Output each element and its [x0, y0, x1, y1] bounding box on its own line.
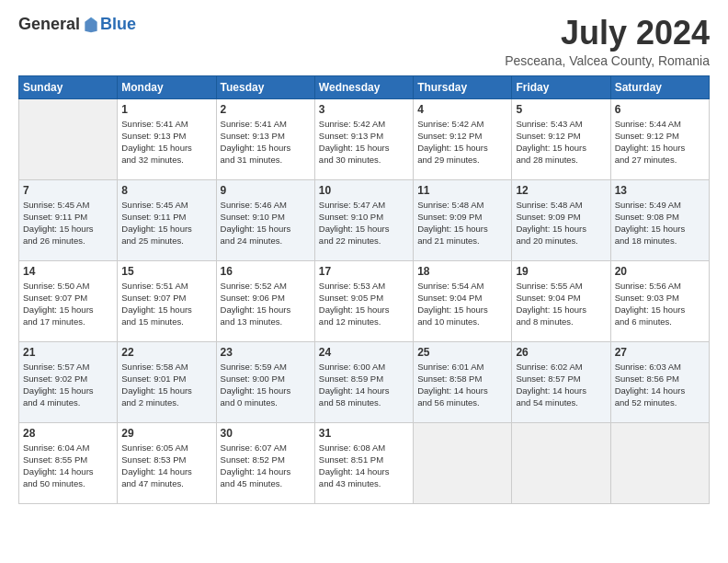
calendar-cell: 21Sunrise: 5:57 AMSunset: 9:02 PMDayligh… [19, 341, 118, 422]
logo-text: General Blue [18, 15, 136, 34]
day-number: 31 [319, 427, 409, 440]
header-row: SundayMondayTuesdayWednesdayThursdayFrid… [19, 75, 710, 98]
calendar-cell: 25Sunrise: 6:01 AMSunset: 8:58 PMDayligh… [414, 341, 512, 422]
calendar-cell: 1Sunrise: 5:41 AMSunset: 9:13 PMDaylight… [118, 98, 216, 179]
calendar-cell: 2Sunrise: 5:41 AMSunset: 9:13 PMDaylight… [216, 98, 314, 179]
calendar-cell: 30Sunrise: 6:07 AMSunset: 8:52 PMDayligh… [216, 422, 314, 503]
day-info: Sunrise: 5:41 AMSunset: 9:13 PMDaylight:… [121, 118, 211, 167]
page: General Blue July 2024 Pesceana, Valcea … [0, 0, 728, 563]
day-info: Sunrise: 5:56 AMSunset: 9:03 PMDaylight:… [615, 280, 705, 328]
calendar-cell: 22Sunrise: 5:58 AMSunset: 9:01 PMDayligh… [118, 341, 216, 422]
location: Pesceana, Valcea County, Romania [505, 53, 710, 68]
day-number: 13 [615, 184, 705, 197]
calendar-week-2: 14Sunrise: 5:50 AMSunset: 9:07 PMDayligh… [19, 260, 710, 341]
day-number: 9 [221, 184, 311, 197]
day-info: Sunrise: 5:57 AMSunset: 9:02 PMDaylight:… [23, 361, 113, 409]
day-info: Sunrise: 5:47 AMSunset: 9:10 PMDaylight:… [319, 199, 409, 247]
calendar-cell: 11Sunrise: 5:48 AMSunset: 9:09 PMDayligh… [414, 179, 512, 260]
calendar-cell: 26Sunrise: 6:02 AMSunset: 8:57 PMDayligh… [512, 341, 610, 422]
day-info: Sunrise: 6:02 AMSunset: 8:57 PMDaylight:… [516, 361, 606, 409]
header: General Blue July 2024 Pesceana, Valcea … [18, 15, 710, 68]
day-number: 22 [121, 346, 211, 359]
calendar-cell: 5Sunrise: 5:43 AMSunset: 9:12 PMDaylight… [512, 98, 610, 179]
calendar-header: SundayMondayTuesdayWednesdayThursdayFrid… [19, 75, 710, 98]
logo-icon [82, 16, 100, 34]
header-cell-friday: Friday [512, 75, 610, 98]
day-number: 16 [221, 265, 311, 278]
calendar-body: 1Sunrise: 5:41 AMSunset: 9:13 PMDaylight… [19, 98, 710, 503]
logo-blue-text: Blue [100, 15, 136, 34]
day-number: 5 [516, 103, 606, 116]
day-info: Sunrise: 6:04 AMSunset: 8:55 PMDaylight:… [23, 442, 113, 490]
day-number: 27 [615, 346, 705, 359]
day-info: Sunrise: 5:46 AMSunset: 9:10 PMDaylight:… [221, 199, 311, 247]
day-info: Sunrise: 5:45 AMSunset: 9:11 PMDaylight:… [23, 199, 113, 247]
day-info: Sunrise: 6:07 AMSunset: 8:52 PMDaylight:… [221, 442, 311, 490]
calendar-cell: 19Sunrise: 5:55 AMSunset: 9:04 PMDayligh… [512, 260, 610, 341]
calendar-cell: 31Sunrise: 6:08 AMSunset: 8:51 PMDayligh… [314, 422, 413, 503]
day-number: 7 [23, 184, 113, 197]
header-cell-monday: Monday [118, 75, 216, 98]
day-number: 24 [319, 346, 409, 359]
calendar-cell: 12Sunrise: 5:48 AMSunset: 9:09 PMDayligh… [512, 179, 610, 260]
day-info: Sunrise: 6:05 AMSunset: 8:53 PMDaylight:… [121, 442, 211, 490]
calendar-cell: 24Sunrise: 6:00 AMSunset: 8:59 PMDayligh… [314, 341, 413, 422]
day-info: Sunrise: 5:45 AMSunset: 9:11 PMDaylight:… [121, 199, 211, 247]
day-info: Sunrise: 5:43 AMSunset: 9:12 PMDaylight:… [516, 118, 606, 167]
day-number: 12 [516, 184, 606, 197]
day-number: 23 [221, 346, 311, 359]
day-number: 2 [221, 103, 311, 116]
calendar-cell: 8Sunrise: 5:45 AMSunset: 9:11 PMDaylight… [118, 179, 216, 260]
day-number: 3 [319, 103, 409, 116]
day-info: Sunrise: 5:42 AMSunset: 9:12 PMDaylight:… [417, 118, 507, 167]
day-info: Sunrise: 5:50 AMSunset: 9:07 PMDaylight:… [23, 280, 113, 328]
day-number: 26 [516, 346, 606, 359]
header-cell-tuesday: Tuesday [216, 75, 314, 98]
day-number: 17 [319, 265, 409, 278]
day-info: Sunrise: 5:54 AMSunset: 9:04 PMDaylight:… [417, 280, 507, 328]
calendar-cell: 17Sunrise: 5:53 AMSunset: 9:05 PMDayligh… [314, 260, 413, 341]
calendar-cell: 3Sunrise: 5:42 AMSunset: 9:13 PMDaylight… [314, 98, 413, 179]
day-info: Sunrise: 5:48 AMSunset: 9:09 PMDaylight:… [417, 199, 507, 247]
day-number: 28 [23, 427, 113, 440]
calendar-week-0: 1Sunrise: 5:41 AMSunset: 9:13 PMDaylight… [19, 98, 710, 179]
header-cell-wednesday: Wednesday [314, 75, 413, 98]
calendar-cell: 20Sunrise: 5:56 AMSunset: 9:03 PMDayligh… [610, 260, 709, 341]
calendar-cell: 14Sunrise: 5:50 AMSunset: 9:07 PMDayligh… [19, 260, 118, 341]
day-number: 10 [319, 184, 409, 197]
day-number: 8 [121, 184, 211, 197]
title-area: July 2024 Pesceana, Valcea County, Roman… [505, 15, 710, 68]
calendar-cell: 18Sunrise: 5:54 AMSunset: 9:04 PMDayligh… [414, 260, 512, 341]
day-info: Sunrise: 5:55 AMSunset: 9:04 PMDaylight:… [516, 280, 606, 328]
month-title: July 2024 [505, 15, 710, 52]
calendar-week-4: 28Sunrise: 6:04 AMSunset: 8:55 PMDayligh… [19, 422, 710, 503]
calendar-cell: 7Sunrise: 5:45 AMSunset: 9:11 PMDaylight… [19, 179, 118, 260]
header-cell-saturday: Saturday [610, 75, 709, 98]
day-number: 29 [121, 427, 211, 440]
calendar-cell [414, 422, 512, 503]
day-number: 11 [417, 184, 507, 197]
calendar-cell: 6Sunrise: 5:44 AMSunset: 9:12 PMDaylight… [610, 98, 709, 179]
calendar-cell: 9Sunrise: 5:46 AMSunset: 9:10 PMDaylight… [216, 179, 314, 260]
day-info: Sunrise: 6:00 AMSunset: 8:59 PMDaylight:… [319, 361, 409, 409]
header-cell-thursday: Thursday [414, 75, 512, 98]
day-info: Sunrise: 6:01 AMSunset: 8:58 PMDaylight:… [417, 361, 507, 409]
day-info: Sunrise: 6:08 AMSunset: 8:51 PMDaylight:… [319, 442, 409, 490]
day-number: 25 [417, 346, 507, 359]
day-info: Sunrise: 5:51 AMSunset: 9:07 PMDaylight:… [121, 280, 211, 328]
day-info: Sunrise: 5:42 AMSunset: 9:13 PMDaylight:… [319, 118, 409, 167]
day-info: Sunrise: 5:44 AMSunset: 9:12 PMDaylight:… [615, 118, 705, 167]
calendar-cell: 23Sunrise: 5:59 AMSunset: 9:00 PMDayligh… [216, 341, 314, 422]
calendar-table: SundayMondayTuesdayWednesdayThursdayFrid… [18, 75, 710, 504]
calendar-cell: 28Sunrise: 6:04 AMSunset: 8:55 PMDayligh… [19, 422, 118, 503]
day-info: Sunrise: 5:41 AMSunset: 9:13 PMDaylight:… [221, 118, 311, 167]
calendar-cell [610, 422, 709, 503]
day-info: Sunrise: 5:48 AMSunset: 9:09 PMDaylight:… [516, 199, 606, 247]
day-number: 21 [23, 346, 113, 359]
day-number: 18 [417, 265, 507, 278]
day-number: 14 [23, 265, 113, 278]
calendar-cell: 10Sunrise: 5:47 AMSunset: 9:10 PMDayligh… [314, 179, 413, 260]
calendar-cell: 15Sunrise: 5:51 AMSunset: 9:07 PMDayligh… [118, 260, 216, 341]
day-info: Sunrise: 5:52 AMSunset: 9:06 PMDaylight:… [221, 280, 311, 328]
day-number: 19 [516, 265, 606, 278]
